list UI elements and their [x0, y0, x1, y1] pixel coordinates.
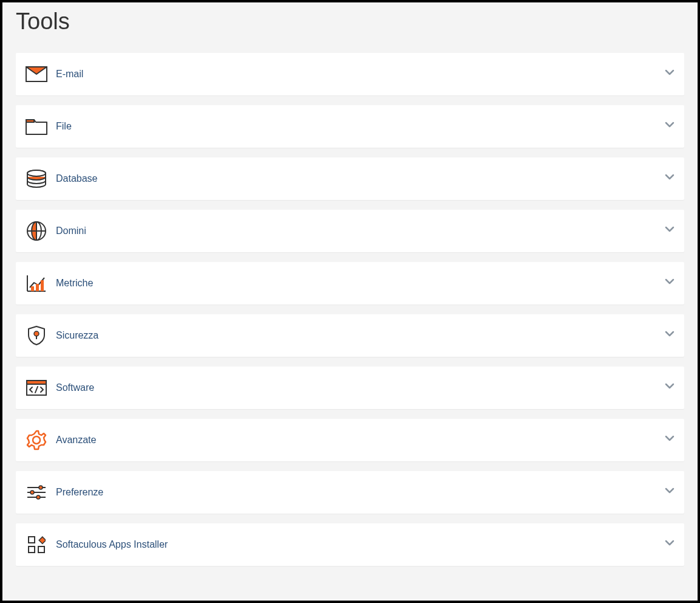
svg-point-20: [39, 486, 43, 489]
chevron-down-icon: [665, 226, 674, 236]
svg-rect-24: [39, 537, 46, 543]
chevron-down-icon: [665, 435, 674, 445]
panel-softaculous[interactable]: Softaculous Apps Installer: [16, 523, 684, 566]
svg-rect-10: [41, 280, 44, 291]
svg-point-22: [36, 495, 40, 499]
page-title: Tools: [16, 9, 698, 35]
svg-rect-23: [29, 537, 35, 543]
panel-label: Database: [56, 173, 665, 184]
panel-label: Sicurezza: [56, 330, 665, 341]
chevron-down-icon: [665, 174, 674, 184]
chevron-down-icon: [665, 331, 674, 340]
panel-label: Software: [56, 382, 665, 393]
code-icon: [26, 377, 47, 399]
svg-point-21: [30, 491, 34, 494]
chevron-down-icon: [665, 69, 674, 79]
gear-icon: [26, 429, 47, 451]
panel-preferenze[interactable]: Preferenze: [16, 471, 684, 514]
database-icon: [26, 168, 47, 190]
panel-avanzate[interactable]: Avanzate: [16, 419, 684, 461]
panel-label: Domini: [56, 226, 665, 236]
svg-rect-1: [26, 120, 34, 122]
svg-rect-8: [31, 286, 34, 291]
svg-point-16: [33, 436, 40, 444]
svg-rect-25: [29, 546, 35, 553]
panel-label: Softaculous Apps Installer: [56, 539, 665, 550]
shield-icon: [26, 325, 47, 346]
panel-email[interactable]: E-mail: [16, 53, 684, 95]
chevron-down-icon: [665, 383, 674, 393]
svg-point-11: [34, 331, 39, 336]
chevron-down-icon: [665, 540, 674, 550]
panel-label: Avanzate: [56, 435, 665, 446]
panel-label: File: [56, 121, 665, 132]
file-icon: [26, 115, 47, 137]
chevron-down-icon: [665, 122, 674, 131]
svg-rect-26: [38, 546, 44, 553]
tools-page: Tools E-mail File: [2, 2, 698, 601]
panel-file[interactable]: File: [16, 105, 684, 148]
panel-database[interactable]: Database: [16, 157, 684, 200]
chevron-down-icon: [665, 488, 674, 497]
panel-label: Preferenze: [56, 487, 665, 498]
panel-label: Metriche: [56, 278, 665, 289]
panel-label: E-mail: [56, 69, 665, 80]
svg-rect-9: [36, 284, 39, 291]
chevron-down-icon: [665, 278, 674, 288]
globe-icon: [26, 220, 47, 242]
panel-domini[interactable]: Domini: [16, 210, 684, 252]
panel-metriche[interactable]: Metriche: [16, 262, 684, 305]
panel-software[interactable]: Software: [16, 367, 684, 409]
chart-icon: [26, 272, 47, 294]
panel-sicurezza[interactable]: Sicurezza: [16, 314, 684, 357]
apps-icon: [26, 534, 47, 556]
email-icon: [26, 63, 47, 85]
sliders-icon: [26, 481, 47, 503]
svg-point-3: [27, 170, 46, 176]
svg-rect-14: [27, 381, 46, 384]
